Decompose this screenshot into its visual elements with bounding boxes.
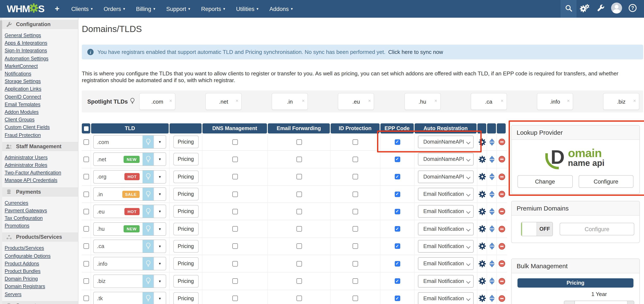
- premium-configure-button[interactable]: Configure: [560, 223, 634, 235]
- row-select-checkbox[interactable]: [84, 191, 89, 197]
- sidebar-item-payment-gateways[interactable]: Payment Gateways: [5, 208, 47, 213]
- sidebar-scrollbar[interactable]: [0, 18, 2, 304]
- dns-management-checkbox[interactable]: [232, 139, 238, 145]
- tld-input[interactable]: .com: [94, 139, 142, 145]
- remove-icon[interactable]: [498, 208, 505, 215]
- spotlight-toggle-bulb-icon[interactable]: [142, 153, 154, 166]
- row-select-checkbox[interactable]: [84, 261, 89, 266]
- row-select-checkbox[interactable]: [84, 296, 89, 301]
- nav-item-billing[interactable]: Billing▾: [130, 0, 161, 18]
- id-protection-checkbox[interactable]: [352, 261, 358, 266]
- pricing-button[interactable]: Pricing: [173, 188, 198, 200]
- dns-management-checkbox[interactable]: [232, 191, 238, 197]
- tld-dropdown-caret[interactable]: ▾: [154, 205, 166, 218]
- tld-dropdown-caret[interactable]: ▾: [154, 153, 166, 166]
- spotlight-chip-eu[interactable]: .eu×: [338, 93, 374, 110]
- epp-code-checkbox[interactable]: ✓: [394, 244, 400, 249]
- sort-icon[interactable]: [489, 208, 494, 215]
- sidebar-item-apps-integrations[interactable]: Apps & Integrations: [5, 40, 47, 45]
- remove-icon[interactable]: [498, 156, 505, 163]
- email-forwarding-checkbox[interactable]: [296, 278, 302, 284]
- pricing-button[interactable]: Pricing: [173, 136, 198, 148]
- tld-input[interactable]: .eu: [94, 208, 124, 215]
- epp-code-checkbox[interactable]: ✓: [394, 278, 400, 284]
- sort-icon[interactable]: [489, 243, 494, 250]
- pricing-button[interactable]: Pricing: [173, 223, 198, 235]
- sidebar-item-addon-modules[interactable]: Addon Modules: [5, 109, 38, 115]
- gear-icon[interactable]: [478, 295, 486, 302]
- spotlight-chip-com[interactable]: .com×: [139, 93, 176, 110]
- close-icon[interactable]: ×: [169, 99, 172, 103]
- row-select-checkbox[interactable]: [84, 226, 89, 232]
- tld-input[interactable]: .org: [94, 173, 124, 180]
- close-icon[interactable]: ×: [633, 99, 636, 103]
- email-forwarding-checkbox[interactable]: [296, 174, 302, 179]
- sidebar-item-automation-settings[interactable]: Automation Settings: [5, 55, 48, 61]
- nav-item-reports[interactable]: Reports▾: [196, 0, 231, 18]
- bulk-pricing-tab[interactable]: Pricing: [518, 278, 634, 288]
- tld-input[interactable]: .net: [94, 156, 124, 162]
- id-protection-checkbox[interactable]: [352, 209, 358, 214]
- auto-registration-select[interactable]: Email Notification: [418, 292, 474, 304]
- auto-registration-select[interactable]: Email Notification: [418, 275, 474, 287]
- sort-icon[interactable]: [489, 278, 494, 285]
- nav-item-addons[interactable]: Addons▾: [264, 0, 298, 18]
- email-forwarding-checkbox[interactable]: [296, 209, 302, 214]
- sidebar-item-product-bundles[interactable]: Product Bundles: [5, 268, 40, 274]
- dns-management-checkbox[interactable]: [232, 296, 238, 301]
- tld-input[interactable]: .tk: [94, 295, 142, 302]
- id-protection-checkbox[interactable]: [352, 191, 358, 197]
- sidebar-item-manage-api-credentials[interactable]: Manage API Credentials: [5, 177, 57, 183]
- change-provider-button[interactable]: Change: [518, 175, 572, 188]
- sidebar-item-fraud-protection[interactable]: Fraud Protection: [5, 132, 41, 138]
- remove-icon[interactable]: [498, 225, 505, 232]
- row-select-checkbox[interactable]: [84, 139, 89, 145]
- spotlight-chip-biz[interactable]: .biz×: [603, 93, 639, 110]
- dns-management-checkbox[interactable]: [232, 209, 238, 214]
- pricing-button[interactable]: Pricing: [173, 292, 198, 304]
- spotlight-toggle-bulb-icon[interactable]: [142, 292, 154, 304]
- dns-management-checkbox[interactable]: [232, 174, 238, 179]
- spotlight-toggle-bulb-icon[interactable]: [142, 240, 154, 253]
- pricing-button[interactable]: Pricing: [173, 240, 198, 253]
- sidebar-item-two-factor-authentication[interactable]: Two-Factor Authentication: [5, 170, 61, 175]
- auto-registration-select[interactable]: Email Notification: [418, 188, 474, 200]
- remove-icon[interactable]: [498, 191, 505, 197]
- remove-icon[interactable]: [498, 139, 505, 145]
- quick-add-button[interactable]: +: [48, 4, 66, 13]
- sidebar-item-storage-settings[interactable]: Storage Settings: [5, 78, 41, 84]
- auto-registration-select[interactable]: Email Notification: [418, 257, 474, 270]
- row-select-checkbox[interactable]: [84, 209, 89, 214]
- id-protection-checkbox[interactable]: [352, 278, 358, 284]
- sidebar-section-staff-management[interactable]: Staff Management: [0, 142, 78, 151]
- sidebar-section-configuration[interactable]: Configuration: [0, 20, 78, 29]
- pricing-button[interactable]: Pricing: [173, 170, 198, 183]
- sort-icon[interactable]: [489, 260, 494, 267]
- sort-icon[interactable]: [489, 190, 494, 198]
- email-forwarding-checkbox[interactable]: [296, 139, 302, 145]
- sidebar-item-products-services[interactable]: Products/Services: [5, 245, 44, 251]
- tld-dropdown-caret[interactable]: ▾: [154, 240, 166, 253]
- spotlight-chip-in[interactable]: .in×: [272, 93, 308, 110]
- nav-item-orders[interactable]: Orders▾: [98, 0, 130, 18]
- sidebar-item-client-groups[interactable]: Client Groups: [5, 117, 34, 122]
- spotlight-toggle-bulb-icon[interactable]: [142, 223, 154, 235]
- whmcs-logo[interactable]: WHM S: [0, 2, 48, 15]
- row-select-checkbox[interactable]: [84, 278, 89, 284]
- auto-registration-select[interactable]: Email Notification: [418, 223, 474, 235]
- close-icon[interactable]: ×: [434, 99, 437, 103]
- help-button[interactable]: ?: [624, 0, 641, 18]
- gear-icon[interactable]: [478, 190, 486, 198]
- gear-icon[interactable]: [478, 260, 486, 267]
- account-menu[interactable]: [608, 0, 624, 18]
- email-forwarding-checkbox[interactable]: [296, 244, 302, 249]
- id-protection-checkbox[interactable]: [352, 174, 358, 179]
- sidebar-scrollbar-thumb[interactable]: [0, 20, 2, 71]
- id-protection-checkbox[interactable]: [352, 226, 358, 232]
- spotlight-toggle-bulb-icon[interactable]: [142, 205, 154, 218]
- epp-code-checkbox[interactable]: ✓: [394, 139, 400, 145]
- spotlight-chip-info[interactable]: .info×: [537, 93, 573, 110]
- remove-icon[interactable]: [498, 278, 505, 285]
- tld-input[interactable]: .info: [94, 260, 142, 267]
- sidebar-item-openid-connect[interactable]: OpenID Connect: [5, 94, 41, 99]
